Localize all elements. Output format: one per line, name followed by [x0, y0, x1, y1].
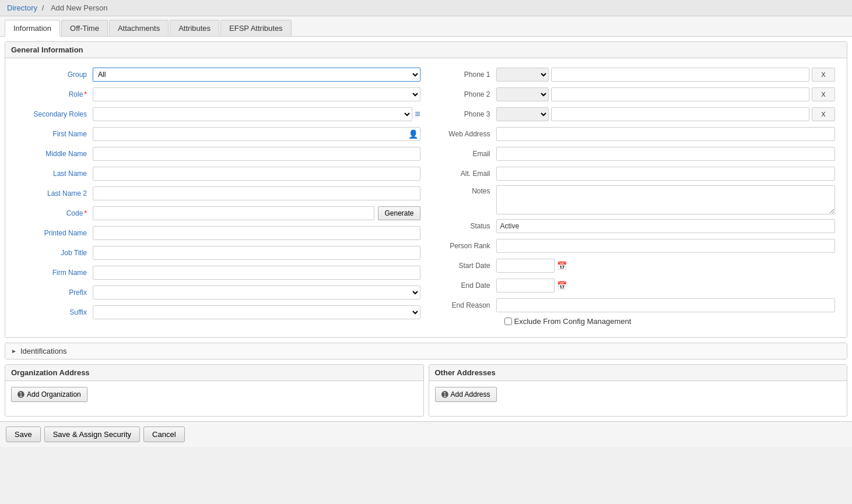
exclude-config-checkbox[interactable] — [504, 318, 512, 325]
tab-off-time[interactable]: Off-Time — [61, 20, 108, 36]
phone2-type-select[interactable] — [496, 87, 549, 101]
phone2-x-button[interactable]: X — [812, 87, 835, 101]
list-icon[interactable]: ≡ — [415, 109, 420, 119]
tab-attachments[interactable]: Attachments — [109, 20, 169, 36]
last-name2-label: Last Name 2 — [17, 189, 93, 198]
code-input[interactable] — [93, 206, 374, 220]
person-rank-row: Person Rank — [432, 238, 836, 254]
email-row: Email — [432, 146, 836, 162]
secondary-roles-row: Secondary Roles ≡ — [17, 106, 420, 122]
general-information-body: Group All Role Secondary Ro — [5, 58, 847, 337]
add-organization-label: Add Organization — [27, 390, 81, 399]
address-grid: Organization Address ➊ Add Organization … — [5, 364, 847, 417]
status-row: Status Active — [432, 218, 836, 234]
identifications-title: Identifications — [20, 347, 67, 355]
first-name-label: First Name — [17, 130, 93, 138]
breadcrumb-separator: / — [42, 3, 46, 12]
last-name-label: Last Name — [17, 170, 93, 178]
group-label: Group — [17, 71, 93, 79]
role-select[interactable] — [93, 87, 420, 101]
end-date-calendar-icon[interactable]: 📅 — [557, 281, 567, 290]
footer: Save Save & Assign Security Cancel — [0, 421, 852, 447]
suffix-select[interactable] — [93, 305, 420, 319]
middle-name-label: Middle Name — [17, 150, 93, 158]
job-title-label: Job Title — [17, 249, 93, 257]
role-row: Role — [17, 86, 420, 103]
save-assign-security-button[interactable]: Save & Assign Security — [44, 427, 140, 442]
start-date-calendar-icon[interactable]: 📅 — [557, 261, 567, 270]
end-date-input[interactable] — [496, 279, 555, 292]
tab-efsp-attributes[interactable]: EFSP Attributes — [220, 20, 292, 36]
phone1-type-select[interactable] — [496, 68, 549, 82]
email-label: Email — [432, 150, 496, 158]
firm-name-row: Firm Name — [17, 265, 420, 281]
email-input[interactable] — [496, 147, 836, 161]
cancel-button[interactable]: Cancel — [143, 427, 184, 442]
last-name-row: Last Name — [17, 165, 420, 182]
phone1-row: Phone 1 X — [432, 66, 836, 83]
phone2-label: Phone 2 — [432, 90, 496, 98]
firm-name-input[interactable] — [93, 266, 420, 280]
end-date-row: End Date 📅 — [432, 277, 836, 294]
identifications-header[interactable]: ► Identifications — [5, 343, 847, 359]
start-date-row: Start Date 📅 — [432, 258, 836, 274]
printed-name-row: Printed Name — [17, 225, 420, 241]
add-address-button[interactable]: ➊ Add Address — [435, 387, 497, 402]
code-controls: Generate — [93, 206, 420, 220]
job-title-input[interactable] — [93, 246, 420, 260]
add-address-plus-icon: ➊ — [441, 390, 448, 399]
status-label: Status — [432, 222, 496, 230]
phone3-x-button[interactable]: X — [812, 107, 835, 121]
prefix-label: Prefix — [17, 288, 93, 297]
printed-name-input[interactable] — [93, 226, 420, 240]
firm-name-label: Firm Name — [17, 269, 93, 277]
start-date-controls: 📅 — [496, 259, 836, 273]
right-column: Phone 1 X Phone 2 — [426, 64, 842, 332]
organization-address-section: Organization Address ➊ Add Organization — [5, 364, 424, 417]
phone1-label: Phone 1 — [432, 71, 496, 79]
secondary-roles-select[interactable] — [93, 107, 412, 121]
last-name2-row: Last Name 2 — [17, 185, 420, 202]
phone2-number-input[interactable] — [551, 87, 810, 101]
status-value: Active — [496, 219, 836, 233]
tab-information[interactable]: Information — [5, 20, 60, 37]
prefix-row: Prefix — [17, 284, 420, 301]
add-organization-plus-icon: ➊ — [17, 390, 24, 399]
generate-button[interactable]: Generate — [378, 206, 420, 220]
phone3-number-input[interactable] — [551, 107, 810, 121]
add-address-label: Add Address — [451, 390, 490, 399]
end-reason-input[interactable] — [496, 298, 836, 312]
code-label: Code — [17, 209, 93, 217]
person-rank-input[interactable] — [496, 239, 836, 253]
notes-label: Notes — [432, 185, 496, 195]
start-date-input[interactable] — [496, 259, 555, 273]
secondary-roles-label: Secondary Roles — [17, 110, 93, 118]
phone3-type-select[interactable] — [496, 107, 549, 121]
secondary-roles-controls: ≡ — [93, 107, 420, 121]
first-name-input[interactable] — [93, 127, 420, 141]
middle-name-input[interactable] — [93, 147, 420, 161]
suffix-row: Suffix — [17, 304, 420, 320]
phone1-controls: X — [496, 68, 836, 82]
notes-textarea[interactable] — [496, 185, 836, 214]
identifications-section: ► Identifications — [5, 343, 847, 360]
group-select[interactable]: All — [93, 68, 420, 82]
identifications-arrow-icon: ► — [11, 348, 17, 354]
last-name2-input[interactable] — [93, 186, 420, 200]
prefix-select[interactable] — [93, 286, 420, 299]
alt-email-input[interactable] — [496, 167, 836, 181]
alt-email-label: Alt. Email — [432, 170, 496, 178]
phone1-number-input[interactable] — [551, 68, 810, 82]
last-name-input[interactable] — [93, 167, 420, 181]
phone2-controls: X — [496, 87, 836, 101]
organization-address-header: Organization Address — [5, 365, 423, 381]
web-address-input[interactable] — [496, 127, 836, 141]
phone1-x-button[interactable]: X — [812, 68, 835, 82]
phone3-label: Phone 3 — [432, 110, 496, 118]
breadcrumb-parent-link[interactable]: Directory — [7, 3, 37, 12]
save-button[interactable]: Save — [6, 427, 41, 442]
tab-bar: Information Off-Time Attachments Attribu… — [0, 16, 852, 37]
add-organization-button[interactable]: ➊ Add Organization — [11, 387, 87, 402]
tab-attributes[interactable]: Attributes — [170, 20, 219, 36]
role-label: Role — [17, 90, 93, 98]
